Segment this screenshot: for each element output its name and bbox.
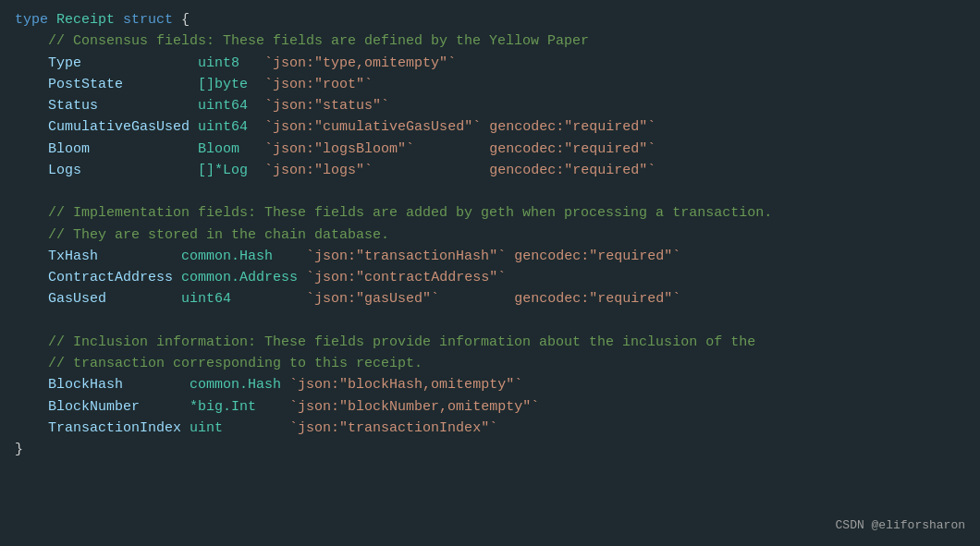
code-line-17: // transaction corresponding to this rec…: [15, 353, 965, 374]
code-line-8: Logs []*Log `json:"logs"` gencodec:"requ…: [15, 160, 965, 181]
code-line-1: type Receipt struct {: [15, 9, 965, 30]
code-line-16: // Inclusion information: These fields p…: [15, 332, 965, 353]
code-line-20: TransactionIndex uint `json:"transaction…: [15, 418, 965, 439]
code-container: type Receipt struct { // Consensus field…: [0, 0, 980, 546]
code-line-14: GasUsed uint64 `json:"gasUsed"` gencodec…: [15, 288, 965, 309]
code-line-18: BlockHash common.Hash `json:"blockHash,o…: [15, 374, 965, 395]
code-line-7: Bloom Bloom `json:"logsBloom"` gencodec:…: [15, 139, 965, 160]
code-line-19: BlockNumber *big.Int `json:"blockNumber,…: [15, 396, 965, 418]
code-line-4: PostState []byte `json:"root"`: [15, 74, 965, 95]
code-line-21: }: [15, 439, 965, 460]
code-line-2: // Consensus fields: These fields are de…: [15, 30, 965, 52]
code-line-empty-2: [15, 310, 965, 332]
code-line-12: TxHash common.Hash `json:"transactionHas…: [15, 246, 965, 267]
code-line-6: CumulativeGasUsed uint64 `json:"cumulati…: [15, 116, 965, 138]
code-line-13: ContractAddress common.Address `json:"co…: [15, 267, 965, 288]
watermark: CSDN @eliforsharon: [836, 516, 965, 535]
code-line-empty-1: [15, 181, 965, 202]
code-line-5: Status uint64 `json:"status"`: [15, 95, 965, 116]
code-line-10: // Implementation fields: These fields a…: [15, 202, 965, 224]
code-line-3: Type uint8 `json:"type,omitempty"`: [15, 53, 965, 74]
code-line-11: // They are stored in the chain database…: [15, 224, 965, 246]
